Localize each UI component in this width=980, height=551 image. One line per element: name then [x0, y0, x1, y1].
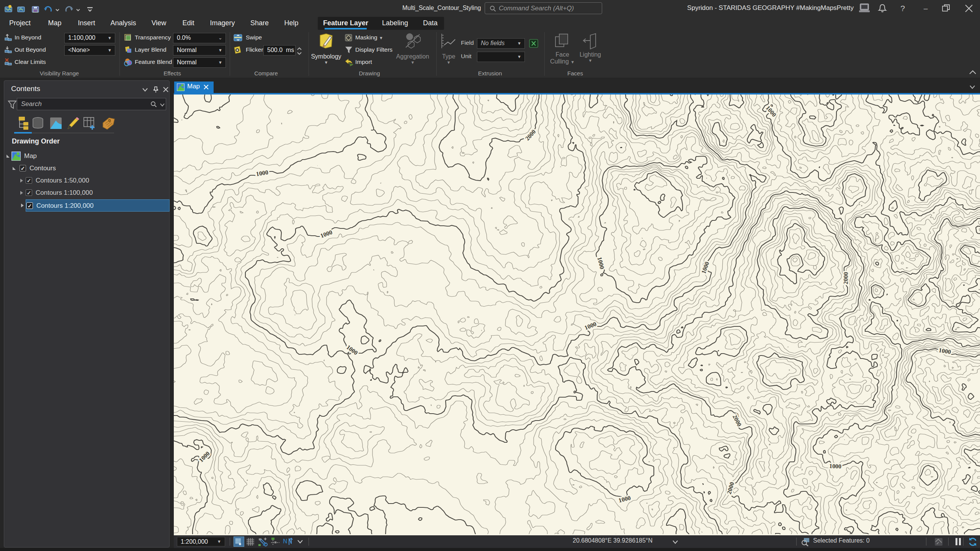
svg-text:1000: 1000	[256, 169, 269, 177]
svg-text:1000: 1000	[829, 463, 842, 469]
svg-text:1000: 1000	[596, 256, 606, 270]
svg-text:2000: 2000	[524, 128, 537, 142]
svg-text:1000: 1000	[700, 261, 710, 275]
svg-text:1000: 1000	[618, 494, 631, 504]
svg-text:2000: 2000	[842, 272, 849, 284]
svg-text:N: N	[283, 538, 287, 544]
svg-text:1000: 1000	[319, 229, 333, 239]
svg-text:1000: 1000	[198, 450, 211, 463]
svg-text:1000: 1000	[938, 347, 951, 355]
